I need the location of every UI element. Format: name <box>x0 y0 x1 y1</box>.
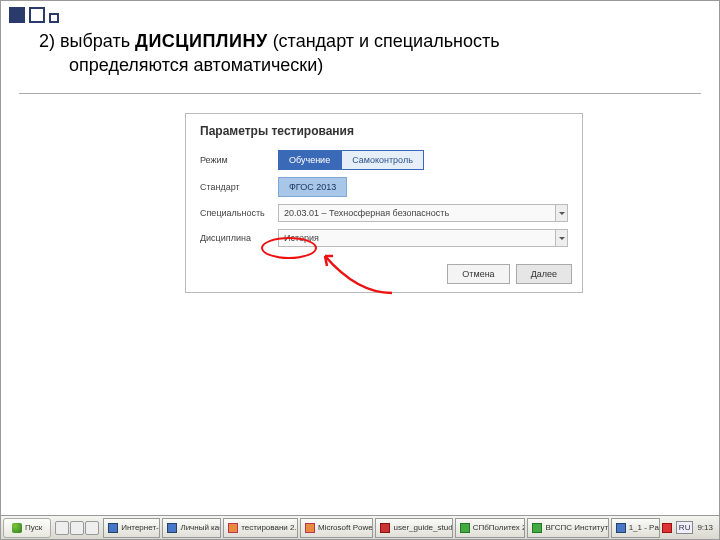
taskbar-item-label: ВГСПС Институт те… <box>545 523 608 532</box>
panel-title: Параметры тестирования <box>200 124 568 138</box>
app-icon <box>305 523 315 533</box>
start-button[interactable]: Пуск <box>3 518 51 538</box>
app-icon <box>228 523 238 533</box>
chevron-down-icon <box>555 205 567 221</box>
language-indicator[interactable]: RU <box>676 521 694 534</box>
testing-parameters-panel: Параметры тестирования Режим Обучение Са… <box>185 113 583 293</box>
taskbar-item-label: Личный каб… <box>180 523 221 532</box>
windows-icon <box>12 523 22 533</box>
app-icon <box>167 523 177 533</box>
quick-launch-icon[interactable] <box>55 521 69 535</box>
taskbar-item[interactable]: user_guide_stud_fi… <box>375 518 452 538</box>
row-standard: Стандарт ФГОС 2013 <box>200 177 568 197</box>
taskbar-item-label: тестировани 2.pp… <box>241 523 298 532</box>
cancel-button[interactable]: Отмена <box>447 264 509 284</box>
mode-option-selfcontrol[interactable]: Самоконтроль <box>341 150 424 170</box>
taskbar-item[interactable]: ВГСПС Институт те… <box>527 518 608 538</box>
label-mode: Режим <box>200 155 278 165</box>
standard-chip[interactable]: ФГОС 2013 <box>278 177 347 197</box>
taskbar-item[interactable]: Личный каб… <box>162 518 221 538</box>
taskbar-item-label: СПбПолитех 2015 <box>473 523 526 532</box>
taskbar-item-label: 1_1 - Paint <box>629 523 660 532</box>
divider <box>19 93 701 94</box>
tray-icon[interactable] <box>662 523 672 533</box>
taskbar-item[interactable]: 1_1 - Paint <box>611 518 660 538</box>
quick-launch <box>55 521 99 535</box>
label-standard: Стандарт <box>200 182 278 192</box>
app-icon <box>616 523 626 533</box>
discipline-select[interactable]: История <box>278 229 568 247</box>
mode-option-training[interactable]: Обучение <box>278 150 341 170</box>
chevron-down-icon <box>555 230 567 246</box>
app-icon <box>108 523 118 533</box>
speciality-value: 20.03.01 – Техносферная безопасность <box>284 208 449 218</box>
quick-launch-icon[interactable] <box>70 521 84 535</box>
next-button[interactable]: Далее <box>516 264 572 284</box>
segmented-mode: Обучение Самоконтроль <box>278 150 568 170</box>
label-discipline: Дисциплина <box>200 233 278 243</box>
app-icon <box>460 523 470 533</box>
app-icon <box>380 523 390 533</box>
row-mode: Режим Обучение Самоконтроль <box>200 150 568 170</box>
quick-launch-icon[interactable] <box>85 521 99 535</box>
ornament-square <box>9 7 25 23</box>
taskbar-item[interactable]: СПбПолитех 2015 <box>455 518 526 538</box>
label-speciality: Специальность <box>200 208 278 218</box>
taskbar-item[interactable]: Интернет-т… <box>103 518 160 538</box>
row-speciality: Специальность 20.03.01 – Техносферная бе… <box>200 204 568 222</box>
app-icon <box>532 523 542 533</box>
panel-button-row: Отмена Далее <box>447 264 572 284</box>
slide-heading: 2) выбрать ДИСЦИПЛИНУ (стандарт и специа… <box>39 29 707 78</box>
heading-prefix: 2) выбрать <box>39 31 135 51</box>
start-label: Пуск <box>25 523 42 532</box>
speciality-select[interactable]: 20.03.01 – Техносферная безопасность <box>278 204 568 222</box>
discipline-value: История <box>284 233 319 243</box>
taskbar-item-label: user_guide_stud_fi… <box>393 523 452 532</box>
heading-emphasis: ДИСЦИПЛИНУ <box>135 31 268 51</box>
heading-suffix: (стандарт и специальность <box>268 31 500 51</box>
system-tray: RU 9:13 <box>662 521 717 534</box>
ornament-square <box>29 7 45 23</box>
taskbar-item-label: Microsoft PowerP… <box>318 523 373 532</box>
taskbar-item[interactable]: тестировани 2.pp… <box>223 518 298 538</box>
row-discipline: Дисциплина История <box>200 229 568 247</box>
taskbar: Пуск Интернет-т… Личный каб… тестировани… <box>1 515 719 539</box>
heading-line2: определяются автоматически) <box>69 55 323 75</box>
taskbar-item[interactable]: Microsoft PowerP… <box>300 518 373 538</box>
slide-corner-ornament <box>9 7 59 23</box>
ornament-square <box>49 13 59 23</box>
clock[interactable]: 9:13 <box>697 523 713 532</box>
taskbar-item-label: Интернет-т… <box>121 523 160 532</box>
